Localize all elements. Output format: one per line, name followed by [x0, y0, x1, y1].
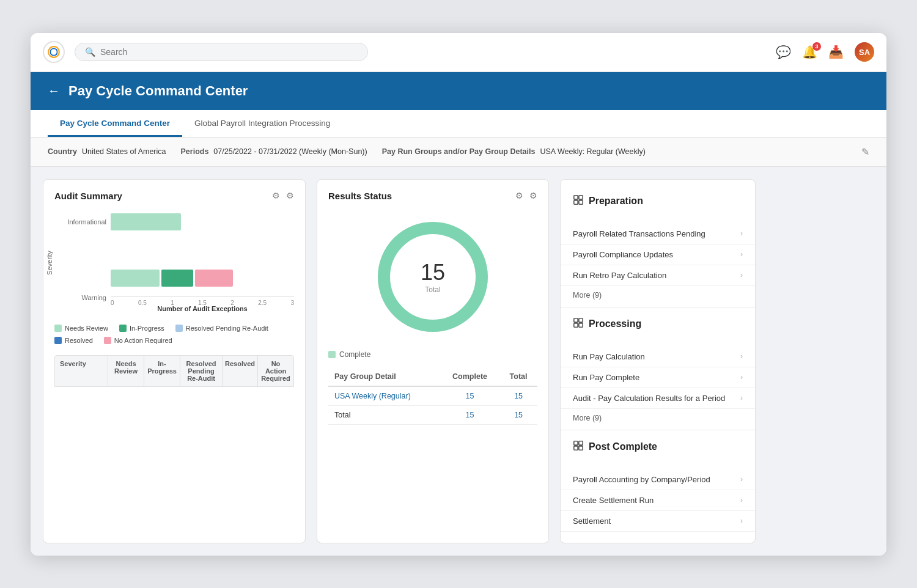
- rp-more-processing[interactable]: More (9): [561, 409, 755, 427]
- table-cell-total: 15: [499, 386, 537, 406]
- settings-icon[interactable]: ⚙: [286, 191, 294, 200]
- audit-panel-header: Audit Summary ⚙ ⚙: [54, 191, 294, 201]
- table-row: USA Weekly (Regular) 15 15: [328, 386, 537, 406]
- preparation-items: Payroll Related Transactions Pending › P…: [561, 224, 755, 304]
- svg-rect-13: [579, 446, 583, 449]
- back-button[interactable]: ←: [48, 84, 60, 98]
- results-status-panel: Results Status ⚙ ⚙ 15 Total: [317, 179, 549, 543]
- svg-rect-7: [579, 318, 583, 322]
- app-window: 🔍 💬 🔔 3 📥 SA ← Pay Cycle Command Center …: [31, 33, 886, 556]
- svg-rect-10: [574, 441, 578, 444]
- chart-row-warning: Warning: [111, 270, 294, 287]
- results-settings-icon[interactable]: ⚙: [529, 191, 537, 200]
- table-cell-total-total: 15: [499, 405, 537, 424]
- country-value: United States of America: [82, 147, 166, 156]
- top-navigation: 🔍 💬 🔔 3 📥 SA: [31, 33, 886, 72]
- results-panel-header: Results Status ⚙ ⚙: [328, 191, 537, 201]
- table-header-severity: Severity: [55, 356, 108, 386]
- chevron-right-icon: ›: [740, 373, 743, 381]
- row-label-warning: Warning: [61, 294, 106, 301]
- table-col-pay-group: Pay Group Detail: [328, 367, 440, 386]
- svg-rect-8: [574, 323, 578, 326]
- chat-icon[interactable]: 💬: [776, 45, 791, 59]
- table-cell-complete: 15: [440, 386, 499, 406]
- rp-item-retro-pay[interactable]: Run Retro Pay Calculation ›: [561, 265, 755, 286]
- pay-run-label: Pay Run Groups and/or Pay Group Details: [382, 147, 536, 156]
- post-complete-section: Post Complete: [561, 436, 755, 469]
- avatar[interactable]: SA: [855, 42, 874, 62]
- right-panel: Preparation Payroll Related Transactions…: [560, 179, 756, 543]
- y-axis-label: Severity: [46, 251, 53, 275]
- divider-1: [561, 307, 755, 307]
- workday-logo-circle: [43, 41, 65, 63]
- svg-rect-3: [579, 195, 583, 199]
- notification-icon[interactable]: 🔔 3: [802, 45, 817, 59]
- page-header: ← Pay Cycle Command Center: [31, 72, 886, 110]
- search-bar[interactable]: 🔍: [75, 43, 368, 61]
- processing-title: Processing: [573, 314, 743, 331]
- inbox-icon[interactable]: 📥: [828, 45, 844, 59]
- svg-rect-11: [579, 441, 583, 444]
- bars-informational: [111, 213, 181, 230]
- bar-mint-warn: [111, 270, 160, 287]
- audit-title: Audit Summary: [54, 191, 122, 201]
- bar-green-warn: [161, 270, 193, 287]
- results-title: Results Status: [328, 191, 392, 201]
- tabs-bar: Pay Cycle Command Center Global Payroll …: [31, 110, 886, 138]
- audit-summary-panel: Audit Summary ⚙ ⚙ Severity Informational: [43, 179, 306, 543]
- table-row-total: Total 15 15: [328, 405, 537, 424]
- table-col-complete: Complete: [440, 367, 499, 386]
- divider-2: [561, 430, 755, 430]
- table-cell-total-label: Total: [328, 405, 440, 424]
- svg-rect-9: [579, 323, 583, 326]
- rp-item-payroll-accounting[interactable]: Payroll Accounting by Company/Period ›: [561, 469, 755, 490]
- chevron-right-icon: ›: [740, 394, 743, 402]
- table-header-needs-review: Needs Review: [108, 356, 144, 386]
- status-dot: [328, 351, 336, 358]
- table-header-in-progress: In-Progress: [144, 356, 180, 386]
- processing-section: Processing: [561, 314, 755, 347]
- donut-total-label: Total: [425, 285, 440, 294]
- table-header-no-action: No Action Required: [258, 356, 293, 386]
- chart-row-informational: Informational: [111, 213, 294, 230]
- processing-icon: [573, 317, 584, 331]
- rp-item-run-pay-calc[interactable]: Run Pay Calculation ›: [561, 347, 755, 367]
- page-title: Pay Cycle Command Center: [68, 83, 248, 99]
- status-text: Complete: [339, 350, 370, 359]
- edit-filter-icon[interactable]: ✎: [861, 146, 869, 158]
- filter-adjust-icon[interactable]: ⚙: [272, 191, 280, 200]
- country-label: Country: [48, 147, 77, 156]
- chevron-right-icon: ›: [740, 271, 743, 279]
- rp-item-run-pay-complete[interactable]: Run Pay Complete ›: [561, 367, 755, 388]
- results-table: Pay Group Detail Complete Total USA Week…: [328, 367, 537, 425]
- rp-item-settlement[interactable]: Settlement ›: [561, 511, 755, 532]
- chevron-right-icon: ›: [740, 516, 743, 525]
- rp-item-compliance[interactable]: Payroll Compliance Updates ›: [561, 244, 755, 265]
- bar-mint-info: [111, 213, 181, 230]
- post-complete-icon: [573, 440, 584, 454]
- donut-chart-container: 15 Total: [328, 210, 537, 344]
- search-input[interactable]: [100, 47, 358, 57]
- tab-pay-cycle[interactable]: Pay Cycle Command Center: [48, 110, 182, 137]
- chevron-right-icon: ›: [740, 229, 743, 238]
- tab-global-payroll[interactable]: Global Payroll Integration Processing: [182, 110, 342, 137]
- rp-more-preparation[interactable]: More (9): [561, 286, 755, 304]
- audit-panel-icons: ⚙ ⚙: [272, 191, 294, 200]
- table-cell-total-complete: 15: [440, 405, 499, 424]
- rp-item-payroll-transactions[interactable]: Payroll Related Transactions Pending ›: [561, 224, 755, 244]
- results-filter-icon[interactable]: ⚙: [515, 191, 523, 200]
- legend-needs-review: Needs Review: [54, 325, 108, 332]
- chevron-right-icon: ›: [740, 250, 743, 259]
- legend-resolved: Resolved: [54, 337, 93, 344]
- rp-item-create-settlement[interactable]: Create Settlement Run ›: [561, 490, 755, 511]
- preparation-title: Preparation: [573, 191, 743, 208]
- rp-item-audit-calc[interactable]: Audit - Pay Calculation Results for a Pe…: [561, 388, 755, 409]
- nav-icons-group: 💬 🔔 3 📥 SA: [776, 42, 874, 62]
- results-panel-icons: ⚙ ⚙: [515, 191, 537, 200]
- chevron-right-icon: ›: [740, 352, 743, 361]
- usa-weekly-link[interactable]: USA Weekly (Regular): [334, 392, 411, 400]
- row-label-informational: Informational: [61, 218, 106, 226]
- main-content: Audit Summary ⚙ ⚙ Severity Informational: [31, 167, 886, 556]
- svg-rect-5: [579, 200, 583, 204]
- table-col-total: Total: [499, 367, 537, 386]
